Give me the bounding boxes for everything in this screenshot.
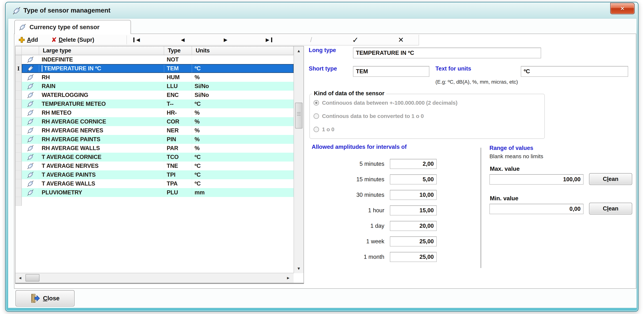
cell-units[interactable]: ºC: [192, 64, 294, 73]
row-content[interactable]: WATERLOGGING ENC Si/No: [22, 91, 294, 100]
cell-type[interactable]: PLU: [164, 188, 192, 197]
amplitude-input[interactable]: 5,00: [390, 174, 437, 184]
table-row[interactable]: WATERLOGGING ENC Si/No: [16, 91, 294, 100]
cell-large-type[interactable]: INDEFINITE: [39, 55, 164, 64]
row-content[interactable]: PLUVIOMETRY PLU mm: [22, 188, 294, 197]
amplitude-input[interactable]: 2,00: [390, 159, 437, 169]
scroll-down-icon[interactable]: ▼: [294, 264, 304, 273]
nav-last-button[interactable]: ►: [262, 35, 274, 45]
table-row[interactable]: RH AVERAGE WALLS PAR %: [16, 144, 294, 153]
units-input[interactable]: ºC: [521, 66, 628, 77]
table-row[interactable]: T AVERAGE WALLS TPA ºC: [16, 179, 294, 188]
table-row[interactable]: RH AVERAGE PAINTS PIN %: [16, 135, 294, 144]
table-row[interactable]: T AVERAGE PAINTS TPI ºC: [16, 170, 294, 179]
cell-type[interactable]: NOT: [164, 55, 192, 64]
row-content[interactable]: RAIN LLU Si/No: [22, 82, 294, 91]
cell-large-type[interactable]: PLUVIOMETRY: [39, 188, 164, 197]
row-content[interactable]: RH AVERAGE PAINTS PIN %: [22, 135, 294, 144]
edit-button[interactable]: /: [305, 35, 317, 45]
cell-type[interactable]: TPI: [164, 170, 192, 179]
cell-large-type[interactable]: RH: [39, 73, 164, 82]
cell-type[interactable]: TCO: [164, 153, 192, 162]
scroll-right-icon[interactable]: ►: [284, 273, 293, 283]
min-value-input[interactable]: 0,00: [490, 204, 584, 214]
cell-type[interactable]: HR-: [164, 108, 192, 117]
amplitude-input[interactable]: 15,00: [390, 205, 437, 215]
cell-units[interactable]: %: [192, 108, 294, 117]
cell-type[interactable]: LLU: [164, 82, 192, 91]
cell-units[interactable]: ºC: [192, 170, 294, 179]
row-content[interactable]: RH METEO HR- %: [22, 108, 294, 117]
vertical-scrollbar[interactable]: ▲ ▼: [294, 46, 304, 273]
clean-max-button[interactable]: Clean: [589, 173, 632, 185]
nav-next-button[interactable]: ►: [220, 35, 232, 45]
cell-units[interactable]: ºC: [192, 162, 294, 170]
cell-type[interactable]: NER: [164, 126, 192, 135]
kind-radio-option[interactable]: 1 o 0: [314, 126, 334, 133]
amplitude-input[interactable]: 10,00: [390, 190, 437, 200]
long-type-input[interactable]: TEMPERATURE IN ºC: [353, 48, 541, 58]
cell-type[interactable]: TEM: [164, 64, 192, 73]
cancel-button[interactable]: ✕: [395, 35, 407, 45]
cell-type[interactable]: HUM: [164, 73, 192, 82]
table-row[interactable]: RH AVERAGE CORNICE COR %: [16, 117, 294, 126]
cell-units[interactable]: %: [192, 144, 294, 153]
cell-units[interactable]: %: [192, 117, 294, 126]
scroll-up-icon[interactable]: ▲: [294, 46, 304, 56]
row-content[interactable]: T AVERAGE CORNICE TCO ºC: [22, 153, 294, 162]
cell-type[interactable]: T--: [164, 100, 192, 108]
cell-type[interactable]: PIN: [164, 135, 192, 144]
cell-units[interactable]: Si/No: [192, 82, 294, 91]
nav-first-button[interactable]: ◄: [131, 35, 143, 45]
cell-large-type[interactable]: RH METEO: [39, 108, 164, 117]
row-content[interactable]: TEMPERATURE IN ºC TEM ºC: [22, 64, 294, 73]
add-button[interactable]: Add: [17, 35, 40, 45]
row-content[interactable]: T AVERAGE WALLS TPA ºC: [22, 179, 294, 188]
short-type-input[interactable]: TEM: [353, 66, 429, 77]
cell-large-type[interactable]: RH AVERAGE WALLS: [39, 144, 164, 153]
table-row[interactable]: RAIN LLU Si/No: [16, 82, 294, 91]
table-row[interactable]: RH METEO HR- %: [16, 108, 294, 117]
cell-units[interactable]: mm: [192, 188, 294, 197]
table-row[interactable]: I TEMPERATURE IN ºC TEM ºC: [16, 64, 294, 73]
cell-units[interactable]: %: [192, 126, 294, 135]
row-content[interactable]: T AVERAGE NERVES TNE ºC: [22, 162, 294, 170]
cell-type[interactable]: PAR: [164, 144, 192, 153]
cell-units[interactable]: %: [192, 73, 294, 82]
cell-type[interactable]: ENC: [164, 91, 192, 100]
row-content[interactable]: TEMPERATURE METEO T-- ºC: [22, 100, 294, 108]
vertical-scroll-thumb[interactable]: [295, 103, 302, 129]
cell-type[interactable]: TPA: [164, 179, 192, 188]
cell-large-type[interactable]: TEMPERATURE METEO: [39, 100, 164, 108]
cell-units[interactable]: ºC: [192, 179, 294, 188]
cell-large-type[interactable]: T AVERAGE WALLS: [39, 179, 164, 188]
table-row[interactable]: RH HUM %: [16, 73, 294, 82]
table-row[interactable]: RH AVERAGE NERVES NER %: [16, 126, 294, 135]
cell-large-type[interactable]: RH AVERAGE NERVES: [39, 126, 164, 135]
row-content[interactable]: RH HUM %: [22, 73, 294, 82]
cell-large-type[interactable]: T AVERAGE NERVES: [39, 162, 164, 170]
row-content[interactable]: T AVERAGE PAINTS TPI ºC: [22, 170, 294, 179]
amplitude-input[interactable]: 25,00: [390, 236, 437, 246]
horizontal-scroll-thumb[interactable]: [26, 274, 40, 281]
table-row[interactable]: INDEFINITE NOT: [16, 55, 294, 64]
max-value-input[interactable]: 100,00: [490, 174, 584, 185]
post-button[interactable]: ✓: [350, 35, 361, 45]
cell-large-type[interactable]: RAIN: [39, 82, 164, 91]
table-row[interactable]: T AVERAGE NERVES TNE ºC: [16, 162, 294, 170]
row-content[interactable]: RH AVERAGE CORNICE COR %: [22, 117, 294, 126]
delete-button[interactable]: ✘ Delete (Supr): [50, 35, 96, 45]
window-close-button[interactable]: ✕: [610, 3, 634, 14]
row-content[interactable]: RH AVERAGE WALLS PAR %: [22, 144, 294, 153]
row-content[interactable]: RH AVERAGE NERVES NER %: [22, 126, 294, 135]
table-row[interactable]: TEMPERATURE METEO T-- ºC: [16, 100, 294, 108]
close-button[interactable]: Close: [16, 290, 74, 306]
cell-type[interactable]: TNE: [164, 162, 192, 170]
cell-units[interactable]: [192, 55, 294, 64]
table-row[interactable]: PLUVIOMETRY PLU mm: [16, 188, 294, 197]
cell-large-type[interactable]: WATERLOGGING: [39, 91, 164, 100]
cell-large-type[interactable]: RH AVERAGE CORNICE: [39, 117, 164, 126]
cell-units[interactable]: %: [192, 135, 294, 144]
cell-type[interactable]: COR: [164, 117, 192, 126]
cell-units[interactable]: ºC: [192, 100, 294, 108]
